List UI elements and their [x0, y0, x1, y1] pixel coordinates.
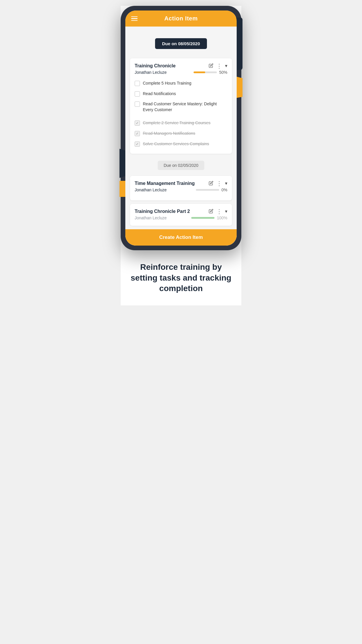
- task-text-checked-3: Solve Customer Services Complains: [143, 141, 209, 147]
- card-user-2: Jonathan Lecluze: [135, 188, 167, 192]
- progress-bar-bg-1: [194, 71, 217, 73]
- task-text-2: Read Notifications: [143, 91, 176, 97]
- progress-row-1: 50%: [194, 70, 227, 75]
- card-user-3: Jonathan Lecluze: [135, 216, 167, 220]
- below-phone-section: Reinforce training by setting tasks and …: [121, 250, 241, 305]
- hamburger-menu-button[interactable]: [131, 16, 138, 21]
- checklist-item-checked-1: ✓ Complete 2 Service Training Courses: [135, 118, 227, 128]
- card-title-3: Training Chronicle Part 2: [135, 209, 190, 214]
- app-header: Action Item: [125, 10, 237, 27]
- checkbox-2[interactable]: [135, 91, 140, 97]
- hamburger-line-1: [131, 16, 138, 17]
- create-action-item-button[interactable]: Create Action Item: [125, 229, 237, 246]
- card-header-3: Training Chronicle Part 2 ⋮ ▾: [135, 209, 227, 214]
- checkmark-2: ✓: [136, 132, 139, 135]
- progress-bar-bg-3: [191, 217, 215, 219]
- card-title-1: Training Chronicle: [135, 63, 175, 69]
- checkbox-checked-3[interactable]: ✓: [135, 141, 140, 147]
- hamburger-line-3: [131, 20, 138, 21]
- progress-label-3: 100%: [217, 216, 227, 220]
- edit-icon-3[interactable]: [209, 209, 213, 214]
- card-header-1: Training Chronicle ⋮ ▾: [135, 63, 227, 69]
- card-user-row-2: Jonathan Lecluze 0%: [135, 188, 227, 192]
- action-card-1: Training Chronicle ⋮ ▾: [130, 58, 232, 154]
- checklist-item-unchecked-3: Read Customer Service Mastery: Delight E…: [135, 99, 227, 115]
- more-icon-1[interactable]: ⋮: [216, 63, 222, 69]
- chevron-down-icon-2[interactable]: ▾: [225, 181, 227, 186]
- action-card-2: Time Management Training ⋮ ▾: [130, 176, 232, 200]
- card-title-2: Time Management Training: [135, 181, 195, 186]
- progress-label-2: 0%: [222, 188, 227, 192]
- chevron-down-icon-3[interactable]: ▾: [225, 209, 227, 214]
- task-text-1: Complete 5 Hours Training: [143, 80, 191, 86]
- more-icon-2[interactable]: ⋮: [216, 181, 222, 186]
- checklist-item-checked-2: ✓ Read Managers Notifications: [135, 128, 227, 139]
- card-header-2: Time Management Training ⋮ ▾: [135, 181, 227, 186]
- page-title: Action Item: [164, 15, 198, 22]
- app-content: Due on 08/05/2020 Training Chronicle: [125, 27, 237, 246]
- checkmark-1: ✓: [136, 121, 139, 125]
- action-card-3: Training Chronicle Part 2 ⋮ ▾: [130, 204, 232, 226]
- more-icon-3[interactable]: ⋮: [216, 209, 222, 214]
- card-user-row-3: Jonathan Lecluze 100%: [135, 216, 227, 220]
- progress-row-3: 100%: [191, 216, 227, 220]
- edit-icon-2[interactable]: [209, 181, 213, 186]
- create-button-label: Create Action Item: [159, 235, 203, 240]
- checkbox-3[interactable]: [135, 102, 140, 107]
- checklist-item-unchecked-2: Read Notifications: [135, 89, 227, 99]
- card-icons-2: ⋮ ▾: [209, 181, 227, 186]
- card-icons-3: ⋮ ▾: [209, 209, 227, 214]
- task-text-checked-1: Complete 2 Service Training Courses: [143, 120, 210, 126]
- checkbox-checked-1[interactable]: ✓: [135, 120, 140, 126]
- task-text-checked-2: Read Managers Notifications: [143, 131, 195, 136]
- chevron-down-icon-1[interactable]: ▾: [225, 64, 227, 68]
- card-icons-1: ⋮ ▾: [209, 63, 227, 69]
- checkmark-3: ✓: [136, 142, 139, 146]
- checklist-item-unchecked-1: Complete 5 Hours Training: [135, 78, 227, 89]
- tagline-text: Reinforce training by setting tasks and …: [129, 262, 233, 294]
- edit-icon-1[interactable]: [209, 63, 213, 69]
- progress-bar-fill-3: [191, 217, 215, 219]
- progress-label-1: 50%: [219, 70, 227, 75]
- due-date-badge-1: Due on 08/05/2020: [155, 38, 207, 49]
- progress-bar-bg-2: [196, 189, 219, 191]
- due-date-badge-2: Due on 02/05/2020: [158, 161, 204, 170]
- checkbox-checked-2[interactable]: ✓: [135, 131, 140, 136]
- checkbox-1[interactable]: [135, 81, 140, 86]
- progress-bar-fill-1: [194, 71, 205, 73]
- task-text-3: Read Customer Service Mastery: Delight E…: [143, 101, 227, 113]
- card-user-row-1: Jonathan Lecluze 50%: [135, 70, 227, 75]
- card-user-1: Jonathan Lecluze: [135, 70, 167, 75]
- progress-row-2: 0%: [196, 188, 227, 192]
- hamburger-line-2: [131, 18, 138, 19]
- checklist-item-checked-3: ✓ Solve Customer Services Complains: [135, 139, 227, 149]
